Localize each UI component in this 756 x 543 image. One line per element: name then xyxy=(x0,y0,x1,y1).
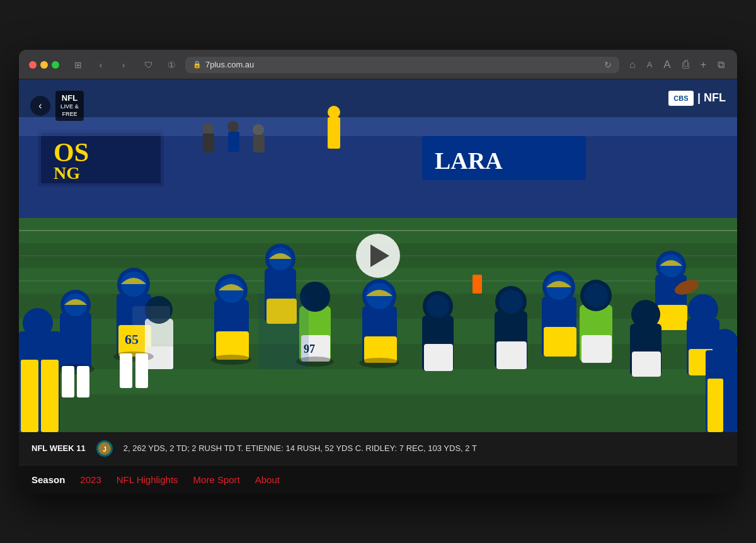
svg-rect-26 xyxy=(19,394,737,432)
svg-rect-10 xyxy=(328,117,340,149)
minimize-button[interactable] xyxy=(40,61,48,69)
svg-rect-92 xyxy=(258,294,309,369)
svg-rect-54 xyxy=(544,327,576,357)
svg-rect-30 xyxy=(472,275,482,294)
svg-point-16 xyxy=(253,124,264,135)
live-free-label: LIVE & FREE xyxy=(60,103,79,118)
font-small-button[interactable]: A xyxy=(644,59,655,71)
browser-window: ⊞ ‹ › 🛡 ① 🔒 7plus.com.au ↻ ⌂ A A ⎙ + ⧉ xyxy=(19,50,737,494)
content-area: OS NG LARA xyxy=(19,79,737,494)
nfl-live-badge: NFL LIVE & FREE xyxy=(55,91,84,121)
browser-chrome: ⊞ ‹ › 🛡 ① 🔒 7plus.com.au ↻ ⌂ A A ⎙ + ⧉ xyxy=(19,50,737,79)
share-button[interactable]: ⎙ xyxy=(680,57,692,72)
svg-rect-96 xyxy=(120,353,132,388)
svg-rect-94 xyxy=(62,366,74,397)
nfl-highlights-link[interactable]: NFL Highlights xyxy=(117,474,178,485)
svg-rect-100 xyxy=(21,360,38,432)
svg-rect-31 xyxy=(60,312,91,369)
address-bar[interactable]: 🔒 7plus.com.au ↻ xyxy=(185,57,619,73)
svg-rect-76 xyxy=(496,341,527,369)
forward-button[interactable]: › xyxy=(115,56,132,74)
svg-point-61 xyxy=(688,294,718,324)
svg-rect-95 xyxy=(77,366,89,397)
browser-controls: ⊞ ‹ › xyxy=(69,56,132,74)
svg-point-75 xyxy=(499,290,523,314)
tabs-button[interactable]: ⧉ xyxy=(715,58,727,72)
close-button[interactable] xyxy=(29,61,37,69)
svg-rect-13 xyxy=(203,134,214,152)
play-button-circle[interactable] xyxy=(356,234,400,278)
toolbar-right: ⌂ A A ⎙ + ⧉ xyxy=(627,57,727,72)
svg-text:NG: NG xyxy=(54,163,80,183)
svg-rect-17 xyxy=(253,135,265,152)
svg-rect-80 xyxy=(581,335,612,363)
svg-rect-83 xyxy=(632,352,661,377)
svg-rect-9 xyxy=(19,117,737,136)
font-large-button[interactable]: A xyxy=(661,57,673,72)
play-button[interactable] xyxy=(356,234,400,278)
svg-rect-58 xyxy=(657,305,687,330)
nfl-watermark: ‹ NFL LIVE & FREE xyxy=(30,91,84,121)
svg-point-12 xyxy=(202,123,214,134)
password-manager-icon[interactable]: ① xyxy=(163,56,180,74)
svg-point-103 xyxy=(711,329,737,357)
svg-rect-15 xyxy=(228,132,239,152)
svg-rect-104 xyxy=(707,379,723,432)
svg-rect-101 xyxy=(41,360,59,432)
cbs-logo: CBS xyxy=(668,91,694,106)
video-player[interactable]: OS NG LARA xyxy=(19,79,737,432)
svg-text:J: J xyxy=(103,446,106,453)
ticker-bar: NFL WEEK 11 J 2, 262 YDS, 2 TD; 2 RUSH T… xyxy=(19,432,737,465)
lock-icon: 🔒 xyxy=(193,60,202,69)
year-link[interactable]: 2023 xyxy=(80,474,101,485)
play-icon xyxy=(370,244,389,267)
svg-point-79 xyxy=(584,283,608,307)
svg-point-14 xyxy=(227,121,239,132)
back-button[interactable]: ‹ xyxy=(92,56,110,74)
new-tab-button[interactable]: + xyxy=(698,58,709,72)
svg-point-82 xyxy=(631,300,660,329)
back-arrow-button[interactable]: ‹ xyxy=(30,96,50,116)
nfl-text-right: | NFL xyxy=(697,91,726,105)
refresh-icon[interactable]: ↻ xyxy=(604,60,612,70)
nav-bar: Season 2023 NFL Highlights More Sport Ab… xyxy=(19,465,737,494)
svg-text:LARA: LARA xyxy=(435,147,503,174)
week-label: NFL WEEK 11 xyxy=(32,443,86,453)
svg-point-99 xyxy=(23,308,53,338)
svg-point-70 xyxy=(427,295,449,317)
more-sport-link[interactable]: More Sport xyxy=(193,474,240,485)
svg-rect-71 xyxy=(424,344,453,371)
nfl-label: NFL xyxy=(60,93,79,104)
maximize-button[interactable] xyxy=(52,61,59,69)
address-bar-container: 🛡 ① 🔒 7plus.com.au ↻ xyxy=(140,56,619,74)
traffic-lights xyxy=(29,61,59,69)
shield-icon[interactable]: 🛡 xyxy=(140,56,158,74)
about-link[interactable]: About xyxy=(255,474,280,485)
jaguars-logo: J xyxy=(96,440,113,457)
svg-rect-97 xyxy=(135,353,148,388)
svg-point-89 xyxy=(211,355,251,365)
home-icon[interactable]: ⌂ xyxy=(627,58,638,72)
cbs-nfl-logo: CBS | NFL xyxy=(668,91,726,106)
svg-point-11 xyxy=(328,106,340,118)
svg-point-91 xyxy=(359,358,399,368)
ticker-text: 2, 262 YDS, 2 TD; 2 RUSH TD T. ETIENNE: … xyxy=(123,443,477,453)
sidebar-toggle-button[interactable]: ⊞ xyxy=(69,56,87,74)
season-label: Season xyxy=(32,474,65,485)
url-text: 7plus.com.au xyxy=(205,60,254,69)
